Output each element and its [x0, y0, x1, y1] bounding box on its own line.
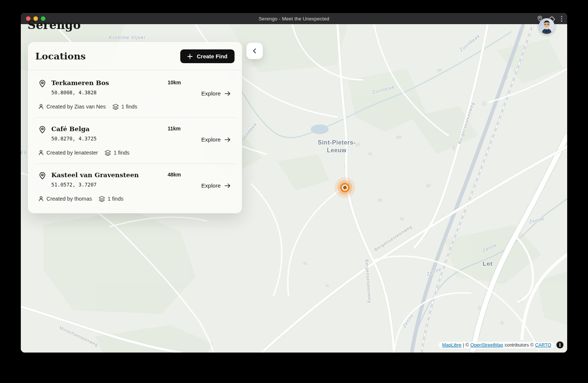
- user-avatar[interactable]: [539, 18, 555, 34]
- create-find-label: Create Find: [197, 53, 227, 59]
- avatar-image: [539, 18, 555, 34]
- location-distance: 10km: [168, 79, 231, 85]
- layers-icon: [98, 195, 105, 202]
- location-coordinates: 50.8008, 4.3828: [51, 90, 109, 95]
- explore-link[interactable]: Explore: [201, 182, 231, 189]
- user-icon: [38, 150, 44, 156]
- layers-icon: [104, 149, 111, 156]
- explore-link[interactable]: Explore: [201, 90, 231, 97]
- collapse-panel-button[interactable]: [246, 43, 263, 59]
- location-pin-icon: [38, 172, 46, 181]
- carto-link[interactable]: CARTO: [535, 343, 551, 348]
- openstreetmap-link[interactable]: OpenStreetMap: [470, 343, 503, 348]
- maplibre-link[interactable]: MapLibre: [442, 343, 461, 348]
- marker-dot: [343, 186, 347, 189]
- location-name: Café Belga: [51, 125, 97, 133]
- location-distance: 48km: [168, 172, 231, 178]
- window-title: Serengo - Meet the Unexpected: [21, 13, 567, 24]
- locations-list: Terkameren Bos 50.8008, 4.3828 10km Expl…: [28, 70, 242, 213]
- location-card[interactable]: Café Belga 50.8270, 4.3725 11km Explore: [32, 117, 238, 163]
- explore-label: Explore: [201, 182, 221, 189]
- location-card[interactable]: Kasteel van Gravensteen 51.0572, 3.7207 …: [32, 163, 238, 210]
- location-coordinates: 50.8270, 4.3725: [51, 136, 97, 142]
- explore-label: Explore: [201, 90, 221, 97]
- arrow-right-icon: [224, 183, 231, 188]
- layers-icon: [112, 103, 119, 110]
- create-find-button[interactable]: Create Find: [180, 49, 235, 63]
- app-logo[interactable]: Serengo: [28, 18, 81, 32]
- location-card[interactable]: Terkameren Bos 50.8008, 4.3828 10km Expl…: [32, 72, 238, 117]
- arrow-right-icon: [224, 137, 231, 142]
- explore-label: Explore: [201, 136, 221, 143]
- arrow-right-icon: [224, 91, 231, 96]
- finds-count: 1 finds: [122, 104, 138, 110]
- attribution-text: MapLibre | © OpenStreetMap contributors …: [439, 342, 555, 348]
- chevron-left-icon: [252, 48, 258, 54]
- location-pin-icon: [38, 126, 46, 135]
- app-window: Serengo - Meet the Unexpected: [21, 13, 567, 353]
- titlebar: Serengo - Meet the Unexpected: [21, 13, 567, 24]
- panel-header: Locations Create Find: [28, 42, 242, 70]
- created-by: Created by Zias van Nes: [46, 104, 106, 110]
- location-pin-icon: [38, 79, 46, 89]
- attribution-info-button[interactable]: i: [556, 341, 563, 348]
- locations-panel: Locations Create Find Terkameren Bos 50.…: [28, 42, 242, 213]
- location-name: Kasteel van Gravensteen: [51, 171, 139, 179]
- attribution-contributors: contributors ©: [505, 343, 534, 348]
- created-by: Created by thomas: [46, 196, 92, 202]
- user-icon: [38, 104, 44, 110]
- panel-title: Locations: [35, 51, 86, 62]
- created-by: Created by lenatester: [46, 150, 98, 156]
- finds-count: 1 finds: [114, 150, 130, 156]
- finds-count: 1 finds: [108, 196, 124, 202]
- user-icon: [38, 196, 44, 202]
- map-attribution: MapLibre | © OpenStreetMap contributors …: [439, 341, 563, 348]
- explore-link[interactable]: Explore: [201, 136, 231, 143]
- location-name: Terkameren Bos: [51, 79, 109, 87]
- location-distance: 11km: [168, 126, 231, 132]
- attribution-separator: | ©: [463, 343, 469, 348]
- plus-icon: [187, 54, 193, 59]
- location-coordinates: 51.0572, 3.7207: [51, 182, 139, 188]
- overflow-menu-icon[interactable]: [561, 16, 562, 22]
